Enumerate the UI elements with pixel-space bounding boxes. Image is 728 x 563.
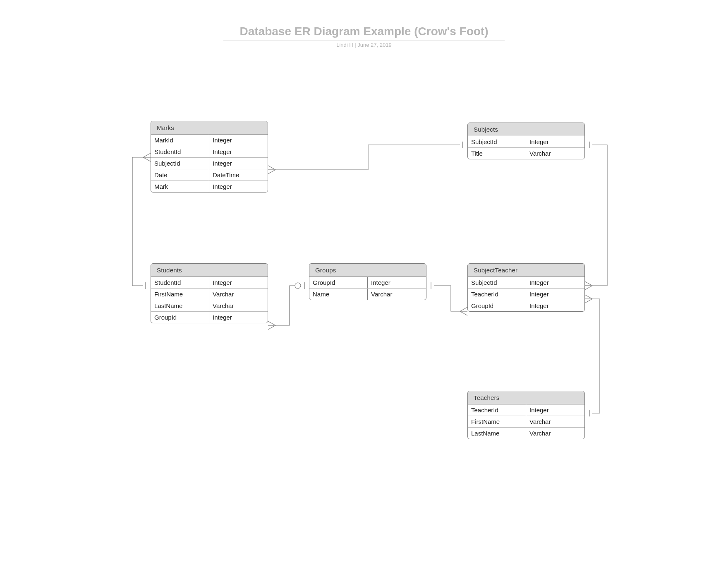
rel-subjects-marks (268, 142, 462, 174)
entity-field-row: MarkIdInteger (151, 135, 268, 146)
svg-line-14 (460, 307, 467, 311)
field-name: LastName (468, 428, 526, 439)
field-name: SubjectId (468, 277, 526, 288)
field-name: Date (151, 169, 209, 180)
rel-subjects-subjectteacher (585, 142, 607, 290)
diagram-title: Database ER Diagram Example (Crow's Foot… (223, 25, 505, 38)
rel-students-marks (132, 153, 151, 289)
entity-groups: GroupsGroupIdIntegerNameVarchar (309, 263, 426, 300)
field-type: Integer (209, 277, 268, 288)
entity-field-row: FirstNameVarchar (468, 416, 584, 427)
entity-header: Students (151, 264, 268, 277)
entity-header: Groups (309, 264, 426, 277)
svg-line-2 (268, 170, 275, 174)
svg-line-10 (268, 321, 275, 325)
field-name: Title (468, 148, 526, 159)
field-name: SubjectId (468, 136, 526, 147)
field-name: Name (309, 289, 368, 300)
entity-field-row: SubjectIdInteger (468, 136, 584, 147)
field-name: Mark (151, 181, 209, 192)
field-name: FirstName (468, 416, 526, 427)
svg-line-22 (585, 295, 592, 299)
title-block: Database ER Diagram Example (Crow's Foot… (223, 25, 505, 48)
field-type: Integer (526, 289, 584, 300)
field-name: TeacherId (468, 404, 526, 416)
rel-groups-students (268, 282, 304, 330)
entity-fields: SubjectIdIntegerTitleVarchar (468, 136, 584, 159)
entity-header: Subjects (468, 123, 584, 136)
entity-field-row: TitleVarchar (468, 147, 584, 159)
field-name: StudentId (151, 277, 209, 288)
rel-teachers-subjectteacher (585, 295, 600, 416)
field-type: Integer (209, 146, 268, 157)
field-type: Integer (209, 135, 268, 146)
field-name: GroupId (151, 312, 209, 323)
field-type: Varchar (526, 148, 584, 159)
entity-header: SubjectTeacher (468, 264, 584, 277)
entity-field-row: StudentIdInteger (151, 146, 268, 157)
field-name: TeacherId (468, 289, 526, 300)
svg-line-12 (268, 325, 275, 330)
field-type: Integer (368, 277, 426, 288)
field-type: Integer (209, 181, 268, 192)
field-type: Integer (526, 404, 584, 416)
svg-point-8 (295, 283, 301, 289)
field-type: Integer (209, 312, 268, 323)
entity-field-row: StudentIdInteger (151, 277, 268, 288)
field-name: GroupId (309, 277, 368, 288)
field-name: GroupId (468, 300, 526, 311)
entity-field-row: DateDateTime (151, 169, 268, 180)
entity-teachers: TeachersTeacherIdIntegerFirstNameVarchar… (467, 391, 585, 439)
entity-marks: MarksMarkIdIntegerStudentIdIntegerSubjec… (151, 121, 268, 192)
svg-line-24 (585, 299, 592, 303)
entity-subjectteacher: SubjectTeacherSubjectIdIntegerTeacherIdI… (467, 263, 585, 312)
field-type: DateTime (209, 169, 268, 180)
rel-groups-subjectteacher (431, 282, 467, 315)
field-type: Varchar (526, 416, 584, 427)
entity-field-row: TeacherIdInteger (468, 288, 584, 300)
svg-line-4 (143, 153, 151, 157)
field-type: Varchar (368, 289, 426, 300)
entity-field-row: GroupIdInteger (309, 277, 426, 288)
entity-field-row: FirstNameVarchar (151, 288, 268, 300)
field-type: Integer (526, 300, 584, 311)
entity-fields: GroupIdIntegerNameVarchar (309, 277, 426, 300)
field-name: SubjectId (151, 158, 209, 169)
field-name: FirstName (151, 289, 209, 300)
entity-fields: StudentIdIntegerFirstNameVarcharLastName… (151, 277, 268, 323)
diagram-canvas: Database ER Diagram Example (Crow's Foot… (0, 0, 728, 563)
svg-line-20 (585, 286, 592, 290)
entity-header: Marks (151, 121, 268, 135)
entity-field-row: TeacherIdInteger (468, 404, 584, 416)
entity-field-row: LastNameVarchar (151, 300, 268, 311)
svg-line-18 (585, 282, 592, 286)
field-type: Varchar (209, 300, 268, 311)
entity-fields: MarkIdIntegerStudentIdIntegerSubjectIdIn… (151, 135, 268, 192)
field-type: Integer (209, 158, 268, 169)
entity-students: StudentsStudentIdIntegerFirstNameVarchar… (151, 263, 268, 323)
svg-line-0 (268, 166, 275, 170)
entity-header: Teachers (468, 391, 584, 404)
entity-field-row: MarkInteger (151, 180, 268, 192)
diagram-subtitle: Lindi H | June 27, 2019 (223, 42, 505, 48)
entity-field-row: NameVarchar (309, 288, 426, 300)
svg-line-16 (460, 311, 467, 315)
field-type: Varchar (526, 428, 584, 439)
field-type: Varchar (209, 289, 268, 300)
field-name: MarkId (151, 135, 209, 146)
title-rule (223, 41, 505, 41)
entity-field-row: GroupIdInteger (151, 311, 268, 323)
entity-field-row: LastNameVarchar (468, 427, 584, 439)
field-name: StudentId (151, 146, 209, 157)
entity-fields: TeacherIdIntegerFirstNameVarcharLastName… (468, 404, 584, 439)
entity-field-row: SubjectIdInteger (468, 277, 584, 288)
svg-line-6 (143, 157, 151, 161)
entity-field-row: SubjectIdInteger (151, 157, 268, 169)
field-type: Integer (526, 277, 584, 288)
entity-fields: SubjectIdIntegerTeacherIdIntegerGroupIdI… (468, 277, 584, 311)
entity-subjects: SubjectsSubjectIdIntegerTitleVarchar (467, 123, 585, 159)
field-name: LastName (151, 300, 209, 311)
entity-field-row: GroupIdInteger (468, 300, 584, 311)
field-type: Integer (526, 136, 584, 147)
